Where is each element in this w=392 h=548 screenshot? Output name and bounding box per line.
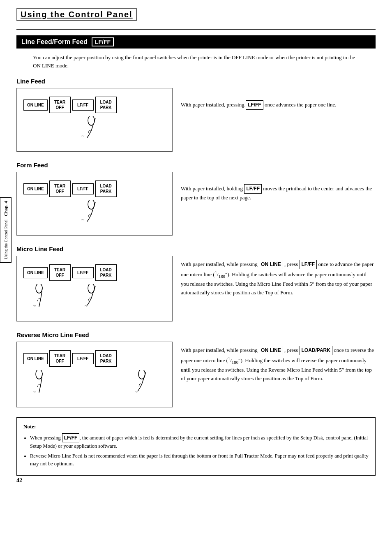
btn-online-1: ON LINE bbox=[23, 99, 48, 111]
form-feed-desc: With paper installed, holding LF/FF move… bbox=[181, 172, 376, 236]
micro-line-feed-title: Micro Line Feed bbox=[16, 245, 376, 252]
svg-text:≂: ≂ bbox=[32, 389, 36, 394]
section-title: Line Feed/Form Feed bbox=[21, 38, 88, 46]
page-number: 42 bbox=[16, 477, 22, 484]
reverse-micro-line-feed-desc: With paper installed, while pressing ON … bbox=[181, 342, 376, 407]
svg-text:≂: ≂ bbox=[81, 217, 85, 222]
side-tab: Chap. 4 Using the Control Panel bbox=[0, 197, 12, 263]
reverse-micro-line-feed-diagram: ON LINE TEAROFF LF/FF LOADPARK ≂ bbox=[16, 342, 173, 407]
online-badge-1: ON LINE bbox=[259, 260, 283, 269]
note-item-1: When pressing LF/FF, the amount of paper… bbox=[30, 433, 369, 450]
svg-point-4 bbox=[36, 284, 42, 293]
side-tab-chap: Chap. 4 bbox=[3, 201, 8, 216]
micro-line-feed-diagram: ON LINE TEAROFF LF/FF LOADPARK ≂ bbox=[16, 256, 173, 321]
btn-tearoff-3: TEAROFF bbox=[49, 264, 71, 281]
section-badge: LF/FF bbox=[92, 37, 114, 46]
lfff-badge-1: LF/FF bbox=[246, 100, 263, 110]
svg-point-8 bbox=[36, 370, 42, 379]
btn-online-3: ON LINE bbox=[23, 267, 48, 278]
lfff-badge-note: LF/FF bbox=[62, 433, 80, 442]
note-list: When pressing LF/FF, the amount of paper… bbox=[23, 433, 369, 468]
side-tab-text: Using the Control Panel bbox=[4, 220, 8, 259]
btn-lfff-2: LF/FF bbox=[72, 183, 94, 194]
reverse-micro-line-feed-title: Reverse Micro Line Feed bbox=[16, 331, 376, 338]
btn-tearoff-1: TEAROFF bbox=[49, 97, 71, 113]
btn-lfff-3: LF/FF bbox=[72, 267, 94, 278]
line-feed-title: Line Feed bbox=[16, 78, 376, 85]
online-badge-2: ON LINE bbox=[259, 346, 283, 355]
line-feed-desc: With paper installed, pressing LF/FF onc… bbox=[181, 88, 376, 152]
note-item-2: Reverse Micro Line Feed is not recommend… bbox=[30, 452, 369, 468]
loadpark-badge-1: LOAD/PARK bbox=[300, 346, 332, 355]
btn-loadpark-2: LOADPARK bbox=[95, 180, 117, 197]
svg-text:≂: ≂ bbox=[32, 303, 36, 308]
note-box: Note: When pressing LF/FF, the amount of… bbox=[16, 417, 376, 476]
svg-text:≂: ≂ bbox=[134, 389, 138, 394]
btn-tearoff-2: TEAROFF bbox=[49, 180, 71, 197]
lfff-badge-2: LF/FF bbox=[244, 184, 262, 194]
intro-text: You can adjust the paper position by usi… bbox=[33, 53, 359, 69]
btn-loadpark-3: LOADPARK bbox=[95, 264, 117, 281]
btn-lfff-1: LF/FF bbox=[72, 99, 94, 111]
line-feed-diagram: ON LINE TEAROFF LF/FF LOADPARK bbox=[16, 88, 173, 152]
btn-lfff-4: LF/FF bbox=[72, 353, 94, 364]
btn-online-4: ON LINE bbox=[23, 353, 48, 364]
btn-loadpark-1: LOADPARK bbox=[95, 97, 117, 113]
btn-loadpark-4: LOADPARK bbox=[95, 350, 117, 367]
form-feed-title: Form Feed bbox=[16, 162, 376, 169]
svg-text:≂: ≂ bbox=[84, 303, 88, 308]
micro-line-feed-desc: With paper installed, while pressing ON … bbox=[181, 256, 376, 321]
svg-text:≂: ≂ bbox=[81, 133, 85, 138]
svg-point-0 bbox=[88, 116, 95, 125]
note-title: Note: bbox=[23, 423, 369, 431]
page-title: Using the Control Panel bbox=[16, 8, 137, 21]
btn-tearoff-4: TEAROFF bbox=[49, 350, 71, 367]
lfff-badge-3: LF/FF bbox=[300, 260, 317, 269]
btn-online-2: ON LINE bbox=[23, 183, 48, 194]
section-header: Line Feed/Form Feed LF/FF bbox=[16, 35, 376, 49]
form-feed-diagram: ON LINE TEAROFF LF/FF LOADPARK ≂ bbox=[16, 172, 173, 236]
